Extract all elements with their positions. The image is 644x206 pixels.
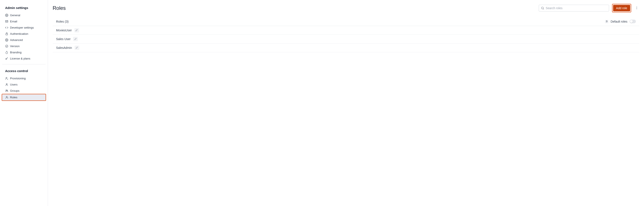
svg-point-6 <box>6 77 7 79</box>
sidebar-item-label: Roles <box>10 96 18 99</box>
sidebar: Admin settings General Email Developer s… <box>0 0 48 206</box>
code-icon <box>5 26 8 29</box>
roles-count-title: Roles (3) <box>56 20 605 23</box>
svg-point-11 <box>542 7 544 9</box>
svg-point-5 <box>6 58 7 60</box>
sidebar-section-admin-title: Admin settings <box>2 5 46 12</box>
sidebar-item-version[interactable]: Version <box>2 43 46 49</box>
role-row[interactable]: MoviesUser <box>53 26 639 35</box>
page-title: Roles <box>53 5 536 11</box>
edit-role-button[interactable] <box>74 46 79 50</box>
sidebar-item-authentication[interactable]: Authentication <box>2 31 46 37</box>
role-name: MoviesUser <box>56 29 72 32</box>
svg-point-8 <box>6 90 6 91</box>
svg-point-14 <box>636 8 637 8</box>
sidebar-item-advanced[interactable]: Advanced <box>2 37 46 43</box>
sidebar-item-branding[interactable]: Branding <box>2 49 46 56</box>
sidebar-item-label: Provisioning <box>10 77 26 80</box>
default-roles-control: D Default roles <box>605 20 636 23</box>
sidebar-item-label: General <box>10 14 20 17</box>
pencil-icon <box>76 46 78 50</box>
user-check-icon <box>5 77 8 80</box>
sidebar-item-provisioning[interactable]: Provisioning <box>2 75 46 81</box>
role-row[interactable]: Sales User <box>53 35 639 44</box>
sidebar-item-label: Advanced <box>10 38 23 42</box>
svg-point-0 <box>6 15 7 16</box>
page-header: Roles Add role <box>53 4 639 12</box>
pencil-icon <box>76 29 78 32</box>
role-row[interactable]: SalesAdmin <box>53 44 639 52</box>
more-menu-button[interactable] <box>634 5 639 12</box>
default-roles-label: Default roles <box>610 20 628 23</box>
droplet-icon <box>5 51 8 54</box>
user-icon <box>5 83 8 86</box>
svg-rect-2 <box>6 34 8 35</box>
gear-icon <box>5 14 8 17</box>
sidebar-item-users[interactable]: Users <box>2 81 46 88</box>
sidebar-item-label: Groups <box>10 89 20 92</box>
svg-point-3 <box>6 40 7 41</box>
lock-icon <box>5 32 8 35</box>
edit-role-button[interactable] <box>73 37 78 41</box>
search-icon <box>541 7 544 10</box>
default-roles-toggle[interactable] <box>630 20 636 23</box>
pencil-icon <box>74 37 77 41</box>
sidebar-item-roles[interactable]: Roles <box>2 94 46 100</box>
svg-point-4 <box>6 45 8 47</box>
svg-point-10 <box>6 96 7 97</box>
main-content: Roles Add role Roles (3) D Default roles… <box>48 0 644 206</box>
more-vertical-icon <box>635 6 638 10</box>
sidebar-item-label: License & plans <box>10 57 30 60</box>
svg-point-9 <box>7 90 8 91</box>
sidebar-item-general[interactable]: General <box>2 12 46 18</box>
default-badge: D <box>605 20 608 23</box>
sidebar-item-label: Version <box>10 45 20 48</box>
gear-icon <box>5 38 8 42</box>
sidebar-item-groups[interactable]: Groups <box>2 88 46 94</box>
add-role-highlight: Add role <box>612 4 631 12</box>
check-circle-icon <box>5 45 8 48</box>
sidebar-roles-highlight: Roles <box>2 94 46 101</box>
svg-line-12 <box>543 9 544 9</box>
search-wrap <box>539 5 609 12</box>
user-role-icon <box>5 96 8 99</box>
role-name: SalesAdmin <box>56 46 72 50</box>
sidebar-item-label: Branding <box>10 51 22 54</box>
sidebar-section-access-title: Access control <box>2 68 46 75</box>
users-icon <box>5 89 8 92</box>
sidebar-item-label: Authentication <box>10 32 28 35</box>
sidebar-item-label: Users <box>10 83 18 86</box>
svg-point-15 <box>636 9 637 9</box>
search-input[interactable] <box>539 5 609 12</box>
sidebar-item-developer-settings[interactable]: Developer settings <box>2 25 46 31</box>
role-name: Sales User <box>56 37 70 41</box>
sidebar-item-label: Developer settings <box>10 26 34 29</box>
mail-icon <box>5 20 8 23</box>
roles-section-header: Roles (3) D Default roles <box>53 18 639 26</box>
sidebar-item-label: Email <box>10 20 17 23</box>
key-icon <box>5 57 8 60</box>
sidebar-item-email[interactable]: Email <box>2 18 46 25</box>
svg-point-13 <box>636 7 637 7</box>
sidebar-item-license-plans[interactable]: License & plans <box>2 56 46 62</box>
add-role-button[interactable]: Add role <box>613 5 630 11</box>
sidebar-divider <box>2 64 46 64</box>
edit-role-button[interactable] <box>74 28 79 32</box>
svg-point-7 <box>6 84 7 85</box>
